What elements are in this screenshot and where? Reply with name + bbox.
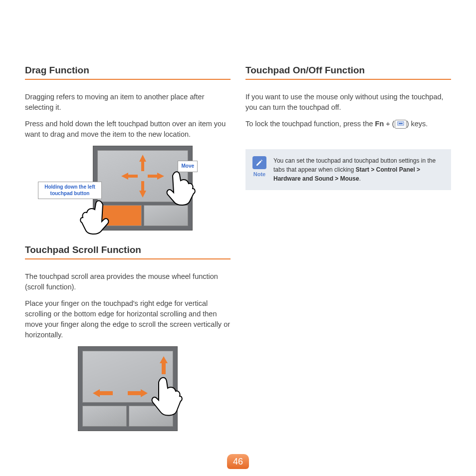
scroll-function-p1: The touchpad scroll area provides the mo… <box>25 271 231 292</box>
note-label: Note <box>252 171 266 177</box>
drag-function-heading: Drag Function <box>25 65 231 80</box>
drag-function-section: Drag Function Dragging refers to moving … <box>25 65 231 231</box>
svg-marker-0 <box>139 155 146 171</box>
onoff-p1: If you want to use the mouse only withou… <box>245 92 451 113</box>
scroll-function-p2: Place your finger on the touchpad's righ… <box>25 298 231 340</box>
scroll-function-figure <box>25 346 231 431</box>
onoff-p2-pre: To lock the touchpad function, press the <box>245 120 375 128</box>
plus-text: + ( <box>384 120 394 128</box>
drag-function-p2: Press and hold down the left touchpad bu… <box>25 119 231 140</box>
note-pencil-icon <box>252 156 266 169</box>
drag-function-figure: Move Holding down the left touchpad butt… <box>25 146 231 231</box>
fn-key-text: Fn <box>375 120 384 128</box>
drag-function-p1: Dragging refers to moving an item to ano… <box>25 92 231 113</box>
note-box: Note You can set the touchpad and touchp… <box>245 149 451 190</box>
page-number: 46 <box>233 457 243 467</box>
onoff-section: Touchpad On/Off Function If you want to … <box>245 65 451 129</box>
onoff-heading: Touchpad On/Off Function <box>245 65 451 80</box>
note-text: You can set the touchpad and touchpad bu… <box>273 156 444 183</box>
document-page: Drag Function Dragging refers to moving … <box>0 0 476 445</box>
hold-callout-label: Holding down the left touchpad button <box>44 184 95 196</box>
svg-marker-2 <box>121 173 138 180</box>
page-number-badge: 46 <box>227 454 249 469</box>
onoff-p2: To lock the touchpad function, press the… <box>245 119 451 129</box>
left-column: Drag Function Dragging refers to moving … <box>25 65 231 445</box>
move-arrows-icon <box>120 154 165 199</box>
scroll-function-section: Touchpad Scroll Function The touchpad sc… <box>25 244 231 431</box>
touchpad-left-button-scroll <box>82 406 127 427</box>
svg-marker-4 <box>93 389 113 397</box>
svg-rect-9 <box>399 123 403 124</box>
scroll-function-heading: Touchpad Scroll Function <box>25 244 231 259</box>
onoff-p2-post: ) keys. <box>407 120 428 128</box>
svg-marker-5 <box>128 389 148 397</box>
hand-scroll-icon <box>148 371 195 421</box>
note-left: Note <box>252 156 266 183</box>
horizontal-scroll-arrows-icon <box>93 387 148 399</box>
touchpad-lock-key-icon <box>395 120 407 129</box>
note-text-post: . <box>359 175 361 182</box>
svg-marker-3 <box>148 173 164 180</box>
right-column: Touchpad On/Off Function If you want to … <box>245 65 451 445</box>
hand-move-icon <box>163 166 208 211</box>
hand-hold-icon <box>73 196 118 240</box>
svg-marker-1 <box>139 181 146 198</box>
